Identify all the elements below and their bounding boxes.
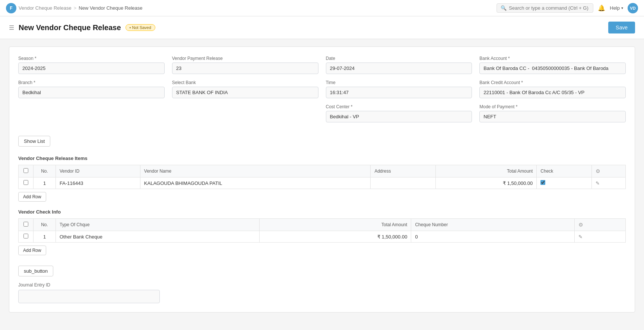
select-bank-label: Select Bank (172, 80, 318, 85)
cost-center-input[interactable] (326, 111, 472, 122)
vendor-check-table: No. Type Of Chque Total Amount Cheque Nu… (18, 218, 626, 243)
vendor-items-add-row-button[interactable]: Add Row (18, 192, 46, 202)
select-bank-input[interactable] (172, 87, 318, 98)
vendor-items-header-vendor-id: Vendor ID (56, 165, 140, 177)
vendor-check-row-checkbox[interactable] (23, 234, 28, 238)
cost-center-field: Cost Center * (326, 104, 472, 122)
mode-of-payment-input[interactable] (479, 111, 626, 122)
vendor-check-row-cheque-number: 0 (411, 231, 575, 243)
vendor-payment-field: Vendor Payment Release (172, 56, 318, 74)
vendor-check-header-cheque-number: Cheque Number (411, 219, 575, 231)
chevron-down-icon: ▾ (621, 6, 623, 10)
help-button[interactable]: Help ▾ (610, 5, 623, 11)
vendor-items-section-title: Vendor Cheque Release Items (18, 156, 626, 161)
date-field: Date (326, 56, 472, 74)
breadcrumb-parent[interactable]: Vendor Cheque Release (19, 5, 72, 11)
vendor-items-select-all-checkbox[interactable] (23, 168, 28, 173)
breadcrumb-current: New Vendor Cheque Release (79, 5, 142, 11)
vendor-check-header-no: No. (34, 219, 56, 231)
vendor-check-header-type: Type Of Chque (56, 219, 260, 231)
vendor-item-row-vendor-name: KALAGOUDA BHIMAGOUDA PATIL (140, 177, 371, 189)
vendor-item-row-address (371, 177, 435, 189)
vendor-item-row-checkbox-cell (19, 177, 34, 189)
journal-entry-label: Journal Entry ID (18, 282, 626, 288)
vendor-check-header-settings: ⚙ (575, 219, 626, 231)
vendor-check-section-title: Vendor Check Info (18, 209, 626, 215)
vendor-items-table: No. Vendor ID Vendor Name Address Total … (18, 165, 626, 189)
bank-account-field: Bank Account * (479, 56, 626, 74)
page-header: ☰ New Vendor Cheque Release • Not Saved … (0, 16, 644, 39)
sub-button[interactable]: sub_button (18, 266, 53, 276)
season-label: Season * (18, 56, 165, 61)
show-list-button[interactable]: Show List (18, 136, 50, 147)
vendor-check-header-total-amount: Total Amount (259, 219, 411, 231)
bank-account-input[interactable] (479, 63, 626, 74)
branch-input[interactable] (18, 87, 165, 98)
date-label: Date (326, 56, 472, 61)
notification-bell-icon[interactable]: 🔔 (598, 4, 605, 12)
select-bank-field: Select Bank (172, 80, 318, 98)
journal-entry-section: Journal Entry ID (18, 282, 626, 303)
mode-of-payment-field: Mode of Payment * (479, 104, 626, 122)
top-navbar: F Vendor Cheque Release > New Vendor Che… (0, 0, 644, 16)
time-label: Time (326, 80, 472, 85)
vendor-check-row-edit: ✎ (575, 231, 626, 243)
vendor-check-row-checkbox-cell (19, 231, 34, 243)
vendor-items-header-checkbox (19, 165, 34, 177)
vendor-payment-label: Vendor Payment Release (172, 56, 318, 61)
vendor-item-row-check (537, 177, 591, 189)
vendor-check-row-type: Other Bank Cheque (56, 231, 260, 243)
branch-field: Branch * (18, 80, 165, 98)
vendor-check-header-checkbox (19, 219, 34, 231)
edit-icon-2[interactable]: ✎ (578, 234, 583, 240)
vendor-item-row-vendor-id: FA-116443 (56, 177, 140, 189)
breadcrumb: Vendor Cheque Release > New Vendor Chequ… (19, 5, 143, 11)
page-title: New Vendor Cheque Release (19, 23, 121, 32)
edit-icon[interactable]: ✎ (596, 180, 600, 186)
season-input[interactable] (18, 63, 165, 74)
vendor-items-header-settings: ⚙ (591, 165, 625, 177)
time-field: Time (326, 80, 472, 98)
breadcrumb-sep: > (74, 5, 77, 11)
help-label: Help (610, 5, 620, 11)
vendor-items-header-vendor-name: Vendor Name (140, 165, 371, 177)
journal-entry-input[interactable] (18, 290, 160, 303)
vendor-item-row-checkbox[interactable] (23, 180, 28, 185)
season-field: Season * (18, 56, 165, 74)
vendor-item-row-no: 1 (34, 177, 56, 189)
not-saved-badge: • Not Saved (126, 24, 155, 31)
date-input[interactable] (326, 63, 472, 74)
table-row: 1 FA-116443 KALAGOUDA BHIMAGOUDA PATIL ₹… (19, 177, 626, 189)
app-logo: F (6, 3, 16, 13)
table-row: 1 Other Bank Cheque ₹ 1,50,000.00 0 ✎ (19, 231, 626, 243)
vendor-check-row-no: 1 (34, 231, 56, 243)
user-avatar[interactable]: VD (628, 3, 638, 13)
main-content: Season * Vendor Payment Release Date Ban… (0, 39, 644, 326)
vendor-items-header-no: No. (34, 165, 56, 177)
hamburger-icon[interactable]: ☰ (9, 24, 14, 31)
vendor-items-header-total-amount: Total Amount (435, 165, 537, 177)
bank-credit-account-field: Bank Credit Account * (479, 80, 626, 98)
vendor-check-select-all-checkbox[interactable] (23, 222, 28, 227)
search-box[interactable]: 🔍 (497, 3, 593, 13)
page-header-left: ☰ New Vendor Cheque Release • Not Saved (9, 23, 155, 32)
vendor-payment-input[interactable] (172, 63, 318, 74)
vendor-item-row-total-amount: ₹ 1,50,000.00 (435, 177, 537, 189)
vendor-item-check-checkbox[interactable] (540, 180, 545, 185)
vendor-item-row-edit: ✎ (591, 177, 625, 189)
nav-right: 🔍 🔔 Help ▾ VD (497, 3, 638, 13)
search-input[interactable] (509, 5, 589, 11)
nav-left: F Vendor Cheque Release > New Vendor Che… (6, 3, 143, 13)
vendor-items-header-address: Address (371, 165, 435, 177)
form-card: Season * Vendor Payment Release Date Ban… (9, 47, 635, 313)
settings-icon[interactable]: ⚙ (596, 168, 600, 174)
mode-of-payment-label: Mode of Payment * (479, 104, 626, 109)
bank-credit-account-input[interactable] (479, 87, 626, 98)
search-icon: 🔍 (501, 5, 507, 11)
save-button[interactable]: Save (608, 22, 635, 33)
vendor-check-add-row-button[interactable]: Add Row (18, 246, 46, 255)
settings-icon-2[interactable]: ⚙ (578, 222, 583, 228)
time-input[interactable] (326, 87, 472, 98)
form-grid: Season * Vendor Payment Release Date Ban… (18, 56, 626, 122)
bank-credit-account-label: Bank Credit Account * (479, 80, 626, 85)
